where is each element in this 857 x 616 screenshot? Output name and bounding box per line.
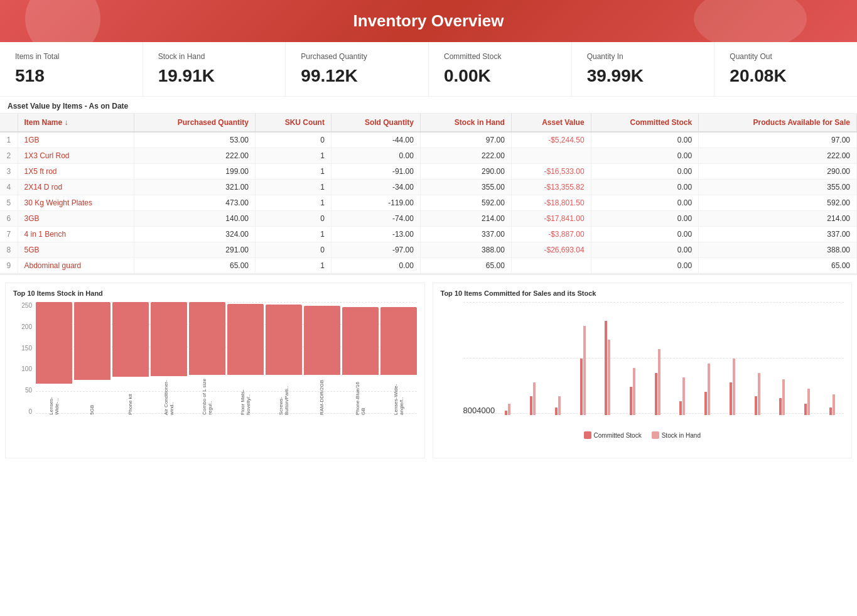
legend-item-1: Stock in Hand — [652, 431, 701, 439]
kpi-value-3: 0.00K — [444, 66, 556, 86]
cell-5-5: 214.00 — [420, 211, 511, 227]
kpi-value-4: 39.99K — [587, 66, 699, 86]
charts-row: Top 10 Items Stock in Hand 2502001501005… — [0, 275, 857, 463]
bar-stock-11 — [782, 379, 785, 415]
cell-0-4: -44.00 — [331, 132, 420, 148]
bar-1 — [74, 302, 110, 380]
cell-2-2: 199.00 — [134, 164, 256, 180]
combo-group-10 — [745, 302, 769, 415]
cell-8-6 — [511, 258, 591, 274]
combo-group-7 — [671, 302, 694, 415]
cell-1-7: 0.00 — [591, 148, 699, 164]
cell-0-1: 1GB — [18, 132, 134, 148]
cell-1-3: 1 — [256, 148, 331, 164]
bar-committed-8 — [704, 392, 707, 416]
col-header-2: Purchased Quantity — [134, 114, 256, 132]
combo-group-12 — [795, 302, 819, 415]
cell-3-3: 1 — [256, 180, 331, 195]
chart-right: Top 10 Items Committed for Sales and its… — [433, 283, 853, 458]
col-header-7: Committed Stock — [591, 114, 699, 132]
combo-group-8 — [696, 302, 720, 415]
bar-wrap-1: 5GB — [74, 302, 110, 415]
combo-group-1 — [521, 302, 545, 415]
cell-2-5: 290.00 — [420, 164, 511, 180]
cell-6-3: 1 — [256, 227, 331, 242]
inventory-table-wrapper: Item Name ↓Purchased QuantitySKU CountSo… — [0, 113, 857, 275]
inventory-table: Item Name ↓Purchased QuantitySKU CountSo… — [0, 114, 857, 274]
cell-0-0: 1 — [0, 132, 18, 148]
bar-committed-5 — [630, 387, 632, 415]
y-axis-label: 800 — [463, 406, 477, 415]
bar-4 — [189, 302, 225, 375]
bar-committed-2 — [555, 408, 558, 415]
chart-left-title: Top 10 Items Stock in Hand — [13, 289, 417, 297]
bar-6 — [266, 305, 302, 375]
bar-wrap-3: Air Conditioner-wind.. — [151, 302, 187, 415]
cell-6-1: 4 in 1 Bench — [18, 227, 134, 242]
chart-right-area: 8004000 — [441, 302, 844, 428]
table-row: 9Abdominal guard65.0010.0065.000.0065.00 — [0, 258, 857, 274]
combo-group-0 — [496, 302, 520, 415]
kpi-label-4: Quantity In — [587, 52, 699, 61]
legend-color-1 — [652, 431, 659, 439]
cell-8-7: 0.00 — [591, 258, 699, 274]
bar-label-6: Screws-Button/Parti.. — [278, 377, 289, 415]
bar-stock-13 — [833, 394, 835, 415]
bar-stock-4 — [608, 340, 610, 415]
bar-stock-12 — [807, 389, 810, 415]
chart-left-area: 250200150100500 Lenses-Wide-...5GBPhone … — [13, 302, 417, 428]
bar-3 — [151, 302, 187, 376]
cell-6-0: 7 — [0, 227, 18, 242]
y-axis-label: 250 — [21, 302, 32, 309]
bar-wrap-6: Screws-Button/Parti.. — [266, 302, 302, 415]
kpi-label-2: Purchased Quantity — [301, 52, 413, 61]
combo-group-2 — [546, 302, 570, 415]
cell-3-6: -$13,355.82 — [511, 180, 591, 195]
cell-8-1: Abdominal guard — [18, 258, 134, 274]
cell-7-4: -97.00 — [331, 242, 420, 258]
legend-color-0 — [584, 431, 591, 439]
cell-0-5: 97.00 — [420, 132, 511, 148]
cell-7-5: 388.00 — [420, 242, 511, 258]
cell-4-2: 473.00 — [134, 195, 256, 211]
cell-3-4: -34.00 — [331, 180, 420, 195]
cell-6-5: 337.00 — [420, 227, 511, 242]
cell-6-7: 0.00 — [591, 227, 699, 242]
col-header-4: Sold Quantity — [331, 114, 420, 132]
bar-stock-3 — [583, 326, 586, 416]
bar-committed-4 — [605, 321, 607, 415]
kpi-card-3: Committed Stock 0.00K — [429, 42, 572, 96]
bar-wrap-9: Lenses-Wide-angle/f.. — [380, 302, 417, 415]
bar-wrap-4: Combo of L size regul.. — [189, 302, 225, 415]
cell-1-2: 222.00 — [134, 148, 256, 164]
bar-stock-10 — [758, 373, 760, 416]
combo-group-4 — [596, 302, 620, 415]
kpi-value-2: 99.12K — [301, 66, 413, 86]
cell-4-6: -$18,801.50 — [511, 195, 591, 211]
cell-8-4: 0.00 — [331, 258, 420, 274]
bar-stock-5 — [633, 368, 635, 415]
cell-5-0: 6 — [0, 211, 18, 227]
bar-5 — [227, 304, 264, 375]
combo-group-11 — [770, 302, 794, 415]
cell-4-8: 592.00 — [699, 195, 857, 211]
bar-committed-7 — [679, 401, 682, 416]
cell-5-4: -74.00 — [331, 211, 420, 227]
cell-5-8: 214.00 — [699, 211, 857, 227]
cell-4-5: 592.00 — [420, 195, 511, 211]
col-header-5: Stock in Hand — [420, 114, 511, 132]
cell-1-6 — [511, 148, 591, 164]
y-axis-label: 0 — [490, 406, 495, 415]
kpi-label-1: Stock in Hand — [158, 52, 271, 61]
kpi-label-0: Items in Total — [15, 52, 127, 61]
cell-4-7: 0.00 — [591, 195, 699, 211]
bar-label-0: Lenses-Wide-... — [48, 386, 60, 415]
bar-committed-13 — [829, 408, 832, 415]
y-axis-label: 0 — [28, 408, 32, 415]
bar-committed-9 — [730, 382, 732, 416]
bar-8 — [342, 307, 379, 375]
y-axis-label: 400 — [477, 406, 490, 415]
cell-8-3: 1 — [256, 258, 331, 274]
legend-label-1: Stock in Hand — [662, 432, 701, 439]
y-axis-label: 150 — [21, 345, 32, 352]
